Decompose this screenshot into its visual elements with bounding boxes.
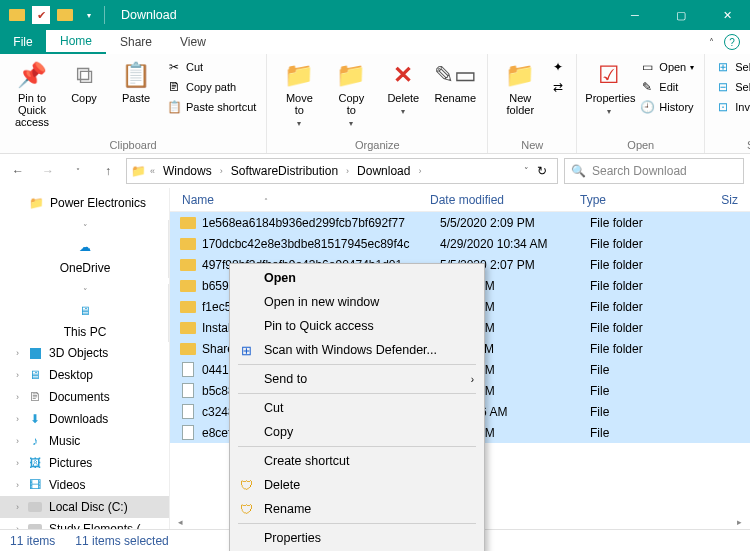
context-menu: Open Open in new window Pin to Quick acc… xyxy=(229,263,485,551)
file-type: File folder xyxy=(590,321,690,335)
recent-button[interactable]: ˅ xyxy=(66,159,90,183)
file-type: File xyxy=(590,384,690,398)
back-button[interactable]: ← xyxy=(6,159,30,183)
onedrive-icon: ☁ xyxy=(77,239,93,255)
move-to-button[interactable]: 📁 Move to▾ xyxy=(275,58,323,128)
paste-button[interactable]: 📋 Paste xyxy=(112,58,160,104)
group-label: New xyxy=(496,137,568,151)
easy-access-button[interactable]: ⇄ xyxy=(548,78,568,96)
tree-node-icon xyxy=(27,345,43,361)
paste-shortcut-button[interactable]: 📋Paste shortcut xyxy=(164,98,258,116)
tree-item[interactable]: ›3D Objects xyxy=(0,342,169,364)
breadcrumb-item[interactable]: SoftwareDistribution xyxy=(227,164,342,178)
up-button[interactable]: ↑ xyxy=(96,159,120,183)
breadcrumb-item[interactable]: Download xyxy=(353,164,414,178)
scroll-right-icon[interactable]: ▸ xyxy=(732,517,747,527)
properties-button[interactable]: ☑ Properties▾ xyxy=(585,58,633,116)
ctx-copy[interactable]: Copy xyxy=(230,420,484,444)
pin-to-quick-access-button[interactable]: 📌 Pin to Quick access xyxy=(8,58,56,128)
ctx-open-new-window[interactable]: Open in new window xyxy=(230,290,484,314)
ctx-pin-quick-access[interactable]: Pin to Quick access xyxy=(230,314,484,338)
file-menu[interactable]: File xyxy=(0,30,46,54)
table-row[interactable]: 170dcbc42e8e3bdbe81517945ec89f4c 4/29/20… xyxy=(170,233,750,254)
pin-icon: 📌 xyxy=(8,58,56,92)
tree-item[interactable]: 📁Power Electronics xyxy=(0,192,169,214)
tree-item[interactable]: ›🎞Videos xyxy=(0,474,169,496)
new-folder-button[interactable]: 📁 New folder xyxy=(496,58,544,116)
tree-node-icon: ♪ xyxy=(27,433,43,449)
tree-item[interactable]: ›Study Elements ( xyxy=(0,518,169,529)
help-icon[interactable]: ? xyxy=(724,34,740,50)
group-label: Clipboard xyxy=(8,137,258,151)
new-item-button[interactable]: ✦ xyxy=(548,58,568,76)
file-type: File xyxy=(590,426,690,440)
address-dropdown-icon[interactable]: ˅ xyxy=(524,166,529,176)
minimize-button[interactable]: ─ xyxy=(612,0,658,30)
file-icon xyxy=(180,362,196,378)
tree-item[interactable]: ›🖹Documents xyxy=(0,386,169,408)
open-button[interactable]: ▭Open ▾ xyxy=(637,58,696,76)
tab-view[interactable]: View xyxy=(166,30,220,54)
group-label: Open xyxy=(585,137,696,151)
col-name[interactable]: Name˄ xyxy=(170,193,430,207)
column-headers[interactable]: Name˄ Date modified Type Siz xyxy=(170,188,750,212)
group-organize: 📁 Move to▾ 📁 Copy to▾ ✕ Delete▾ ✎▭ Renam… xyxy=(267,54,488,153)
ctx-send-to[interactable]: Send to› xyxy=(230,367,484,391)
scroll-left-icon[interactable]: ◂ xyxy=(173,517,188,527)
copy-button[interactable]: ⧉ Copy xyxy=(60,58,108,104)
tree-item[interactable]: ›🖥Desktop xyxy=(0,364,169,386)
edit-button[interactable]: ✎Edit xyxy=(637,78,696,96)
ctx-create-shortcut[interactable]: Create shortcut xyxy=(230,449,484,473)
select-none-button[interactable]: ⊟Select none xyxy=(713,78,750,96)
tab-share[interactable]: Share xyxy=(106,30,166,54)
maximize-button[interactable]: ▢ xyxy=(658,0,704,30)
defender-shield-icon: ⊞ xyxy=(236,341,256,359)
new-folder-icon: 📁 xyxy=(496,58,544,92)
folder-icon xyxy=(180,320,196,336)
breadcrumb-item[interactable]: Windows xyxy=(159,164,216,178)
folder-icon xyxy=(180,215,196,231)
ctx-cut[interactable]: Cut xyxy=(230,396,484,420)
col-size[interactable]: Siz xyxy=(680,193,750,207)
ctx-rename[interactable]: 🛡Rename xyxy=(230,497,484,521)
new-item-icon: ✦ xyxy=(550,59,566,75)
col-type[interactable]: Type xyxy=(580,193,680,207)
tree-item-onedrive[interactable]: ˅☁OneDrive xyxy=(0,220,169,278)
tree-item[interactable]: ›🖼Pictures xyxy=(0,452,169,474)
invert-selection-button[interactable]: ⊡Invert selection xyxy=(713,98,750,116)
collapse-ribbon-icon[interactable]: ˄ xyxy=(709,37,714,48)
ctx-properties[interactable]: Properties xyxy=(230,526,484,550)
copy-to-button[interactable]: 📁 Copy to▾ xyxy=(327,58,375,128)
tree-node-icon: 🎞 xyxy=(27,477,43,493)
file-type: File folder xyxy=(590,216,690,230)
file-type: File folder xyxy=(590,300,690,314)
qat-checkbox-icon[interactable]: ✔ xyxy=(32,6,50,24)
col-date[interactable]: Date modified xyxy=(430,193,580,207)
search-input[interactable]: 🔍 Search Download xyxy=(564,158,744,184)
tree-item-thispc[interactable]: ˅🖥This PC xyxy=(0,284,169,342)
file-icon xyxy=(180,404,196,420)
table-row[interactable]: 1e568ea6184b936ed299fcb7bf692f77 5/5/202… xyxy=(170,212,750,233)
tree-item-localdisc[interactable]: ›Local Disc (C:) xyxy=(0,496,169,518)
navigation-tree[interactable]: 📁Power Electronics ˅☁OneDrive ˅🖥This PC … xyxy=(0,188,170,529)
folder-icon xyxy=(180,278,196,294)
ctx-open[interactable]: Open xyxy=(230,266,484,290)
copy-path-button[interactable]: 🖹Copy path xyxy=(164,78,258,96)
tree-node-icon: 🖥 xyxy=(27,367,43,383)
qat-folder-icon[interactable] xyxy=(56,6,74,24)
delete-button[interactable]: ✕ Delete▾ xyxy=(379,58,427,116)
qat-dropdown-icon[interactable]: ▾ xyxy=(80,6,98,24)
forward-button[interactable]: → xyxy=(36,159,60,183)
ctx-scan-defender[interactable]: ⊞Scan with Windows Defender... xyxy=(230,338,484,362)
address-bar[interactable]: 📁 « Windows› SoftwareDistribution› Downl… xyxy=(126,158,558,184)
refresh-button[interactable]: ↻ xyxy=(531,164,553,178)
close-button[interactable]: ✕ xyxy=(704,0,750,30)
tab-home[interactable]: Home xyxy=(46,30,106,54)
tree-item[interactable]: ›⬇Downloads xyxy=(0,408,169,430)
select-all-button[interactable]: ⊞Select all xyxy=(713,58,750,76)
rename-button[interactable]: ✎▭ Rename xyxy=(431,58,479,104)
cut-button[interactable]: ✂Cut xyxy=(164,58,258,76)
tree-item[interactable]: ›♪Music xyxy=(0,430,169,452)
ctx-delete[interactable]: 🛡Delete xyxy=(230,473,484,497)
history-button[interactable]: 🕘History xyxy=(637,98,696,116)
